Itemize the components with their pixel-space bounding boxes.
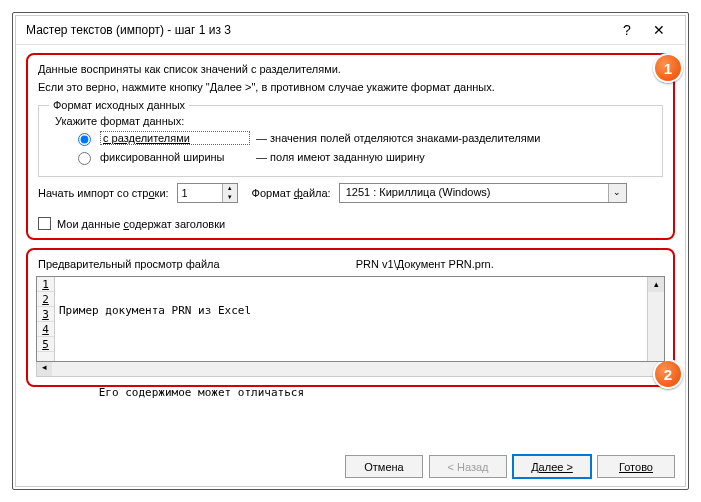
highlight-box-1: 1 Данные восприняты как список значений …	[26, 53, 675, 240]
dialog-content: 1 Данные восприняты как список значений …	[16, 45, 685, 451]
start-row-file-format: Начать импорт со строки: ▲ ▼ Формат файл…	[38, 183, 663, 203]
chevron-down-icon[interactable]: ⌄	[608, 184, 626, 202]
info-line-2: Если это верно, нажмите кнопку "Далее >"…	[38, 81, 663, 93]
preview-line: Его содержимое может отличаться	[59, 385, 643, 400]
radio-fixed-explain: — поля имеют заданную ширину	[256, 151, 425, 163]
window-title: Мастер текстов (импорт) - шаг 1 из 3	[26, 23, 611, 37]
radio-fixed-label: фиксированной ширины	[100, 151, 250, 163]
gutter-line: 2	[37, 292, 54, 307]
gutter-line: 1	[37, 277, 54, 292]
radio-delimited[interactable]	[78, 133, 91, 146]
radio-fixed-row[interactable]: фиксированной ширины — поля имеют заданн…	[73, 149, 652, 165]
preview-title: Предварительный просмотр файла PRN v1\До…	[38, 258, 665, 270]
headers-checkbox[interactable]	[38, 217, 51, 230]
annotation-badge-1: 1	[653, 53, 683, 83]
gutter-line: 4	[37, 322, 54, 337]
file-format-label: Формат файла:	[252, 187, 331, 199]
start-row-input[interactable]	[178, 184, 222, 202]
preview-line	[59, 467, 643, 482]
gutter-line: 3	[37, 307, 54, 322]
scroll-up-icon[interactable]: ▴	[648, 277, 664, 292]
radio-delimited-label: с разделителями	[100, 131, 250, 145]
preview-gutter: 1 2 3 4 5	[37, 277, 55, 361]
format-prompt: Укажите формат данных:	[55, 115, 652, 127]
radio-delimited-explain: — значения полей отделяются знаками-разд…	[256, 132, 540, 144]
gutter-line: 5	[37, 337, 54, 352]
help-button[interactable]: ?	[611, 22, 643, 38]
preview-line	[59, 426, 643, 441]
radio-delimited-row[interactable]: с разделителями — значения полей отделяю…	[73, 130, 652, 146]
headers-checkbox-row[interactable]: Мои данные содержат заголовки	[38, 217, 663, 230]
screenshot-frame: Мастер текстов (импорт) - шаг 1 из 3 ? ✕…	[12, 12, 689, 490]
spinner-arrows[interactable]: ▲ ▼	[222, 184, 237, 202]
start-row-label: Начать импорт со строки:	[38, 187, 169, 199]
spinner-up-icon[interactable]: ▲	[223, 184, 237, 193]
source-format-legend: Формат исходных данных	[49, 99, 189, 111]
scroll-left-icon[interactable]: ◂	[37, 362, 52, 376]
headers-label: Мои данные содержат заголовки	[57, 218, 225, 230]
preview-pane: 1 2 3 4 5 Пример документа PRN из Excel …	[36, 276, 665, 362]
radio-fixed[interactable]	[78, 152, 91, 165]
titlebar: Мастер текстов (импорт) - шаг 1 из 3 ? ✕	[16, 16, 685, 45]
highlight-box-2: 2 Предварительный просмотр файла PRN v1\…	[26, 248, 675, 387]
annotation-badge-2: 2	[653, 359, 683, 389]
preview-line: Пример документа PRN из Excel	[59, 303, 643, 318]
start-row-spinner[interactable]: ▲ ▼	[177, 183, 238, 203]
source-format-group: Формат исходных данных Укажите формат да…	[38, 99, 663, 177]
close-button[interactable]: ✕	[643, 22, 675, 38]
dialog-window: Мастер текстов (импорт) - шаг 1 из 3 ? ✕…	[15, 15, 686, 487]
spinner-down-icon[interactable]: ▼	[223, 193, 237, 202]
preview-line	[59, 344, 643, 359]
file-format-combo[interactable]: 1251 : Кириллица (Windows) ⌄	[339, 183, 627, 203]
preview-text: Пример документа PRN из Excel Его содерж…	[55, 277, 647, 361]
info-line-1: Данные восприняты как список значений с …	[38, 63, 663, 75]
file-format-value: 1251 : Кириллица (Windows)	[340, 184, 608, 202]
vertical-scrollbar[interactable]: ▴	[647, 277, 664, 361]
